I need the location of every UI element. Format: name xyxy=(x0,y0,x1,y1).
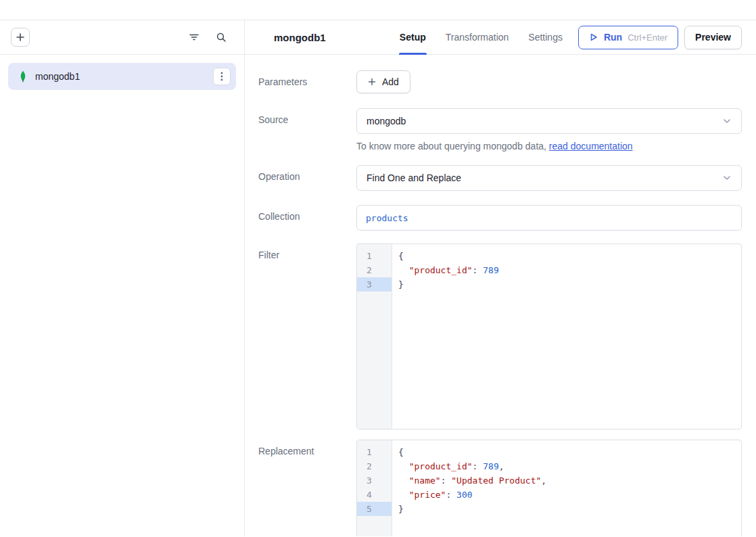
source-label: Source xyxy=(258,108,356,153)
code-line[interactable]: } xyxy=(398,502,741,516)
code-line[interactable]: { xyxy=(398,445,741,459)
code-line[interactable]: "price": 300 xyxy=(398,488,741,502)
code-line[interactable]: "product_id": 789 xyxy=(398,263,741,277)
add-parameter-button[interactable]: Add xyxy=(356,70,410,93)
line-number: 2 xyxy=(357,459,392,473)
source-helper-text: To know more about querying mongodb data… xyxy=(356,140,742,153)
code-line[interactable]: "product_id": 789, xyxy=(398,459,741,473)
code-line[interactable]: "name": "Updated Product", xyxy=(398,473,741,488)
add-query-button[interactable] xyxy=(11,28,30,47)
query-options-button[interactable] xyxy=(213,68,231,85)
line-number: 1 xyxy=(357,249,392,263)
chevron-down-icon xyxy=(722,116,732,126)
line-number: 1 xyxy=(357,445,392,459)
source-select[interactable]: mongodb xyxy=(356,108,742,134)
parameters-row: Parameters Add xyxy=(258,70,742,93)
play-icon xyxy=(589,32,598,42)
filter-icon xyxy=(189,32,199,43)
query-detail-panel: mongodb1 Setup Transformation Settings R… xyxy=(245,20,756,536)
run-shortcut: Ctrl+Enter xyxy=(628,32,667,43)
tab-setup[interactable]: Setup xyxy=(399,20,427,54)
search-icon xyxy=(216,32,227,43)
tab-settings[interactable]: Settings xyxy=(527,20,563,54)
chevron-down-icon xyxy=(722,173,732,183)
collection-label: Collection xyxy=(258,205,356,231)
operation-label: Operation xyxy=(258,165,356,191)
query-title: mongodb1 xyxy=(274,32,326,43)
query-list-item-mongodb1[interactable]: mongodb1 xyxy=(8,63,236,90)
add-parameter-label: Add xyxy=(382,76,399,87)
source-select-value: mongodb xyxy=(367,116,406,126)
filter-label: Filter xyxy=(258,243,356,429)
parameters-label: Parameters xyxy=(258,70,356,93)
operation-select-value: Find One and Replace xyxy=(367,172,461,183)
code-area[interactable]: { "product_id": 789} xyxy=(392,244,741,429)
mongodb-icon xyxy=(18,70,28,83)
operation-row: Operation Find One and Replace xyxy=(258,165,742,191)
query-list-panel: mongodb1 xyxy=(0,20,245,536)
plus-icon xyxy=(16,32,25,42)
app-topbar xyxy=(0,0,756,20)
filter-row: Filter 123 { "product_id": 789} xyxy=(258,243,742,429)
query-tabs: Setup Transformation Settings xyxy=(399,20,563,54)
code-line[interactable]: } xyxy=(398,277,741,291)
filter-queries-button[interactable] xyxy=(185,28,203,46)
query-editor: mongodb1 mongodb1 Setup Transformation S… xyxy=(0,20,756,536)
line-number: 3 xyxy=(357,473,392,488)
source-helper-prefix: To know more about querying mongodb data… xyxy=(356,141,549,151)
preview-button[interactable]: Preview xyxy=(684,26,742,49)
tab-transformation[interactable]: Transformation xyxy=(445,20,510,54)
code-area[interactable]: { "product_id": 789, "name": "Updated Pr… xyxy=(392,440,741,536)
source-row: Source mongodb To know more about queryi… xyxy=(258,108,742,153)
tab-settings-label: Settings xyxy=(528,32,563,43)
line-number: 3 xyxy=(357,277,392,291)
run-button[interactable]: Run Ctrl+Enter xyxy=(578,26,678,49)
query-form: Parameters Add Source mongodb xyxy=(245,55,756,536)
kebab-icon xyxy=(220,72,223,81)
line-number-gutter: 123 xyxy=(357,244,392,429)
query-item-label: mongodb1 xyxy=(35,71,80,82)
query-list: mongodb1 xyxy=(0,55,244,98)
search-queries-button[interactable] xyxy=(212,28,230,46)
line-number: 5 xyxy=(357,502,392,516)
read-documentation-link[interactable]: read documentation xyxy=(549,141,633,151)
plus-icon xyxy=(368,78,376,86)
collection-row: Collection products xyxy=(258,205,742,231)
operation-select[interactable]: Find One and Replace xyxy=(356,165,742,191)
tab-setup-label: Setup xyxy=(400,32,426,43)
line-number: 4 xyxy=(357,488,392,502)
tab-transformation-label: Transformation xyxy=(446,32,509,43)
replacement-editor[interactable]: 12345 { "product_id": 789, "name": "Upda… xyxy=(356,440,742,536)
replacement-label: Replacement xyxy=(258,440,356,536)
line-number: 2 xyxy=(357,263,392,277)
replacement-row: Replacement 12345 { "product_id": 789, "… xyxy=(258,440,742,536)
collection-input-value: products xyxy=(366,213,408,223)
collection-input[interactable]: products xyxy=(356,205,742,231)
run-button-label: Run xyxy=(604,32,622,43)
line-number-gutter: 12345 xyxy=(357,440,392,536)
query-list-header xyxy=(0,20,244,55)
code-line[interactable]: { xyxy=(398,249,741,263)
query-detail-header: mongodb1 Setup Transformation Settings R… xyxy=(245,20,756,55)
filter-editor[interactable]: 123 { "product_id": 789} xyxy=(356,243,742,429)
